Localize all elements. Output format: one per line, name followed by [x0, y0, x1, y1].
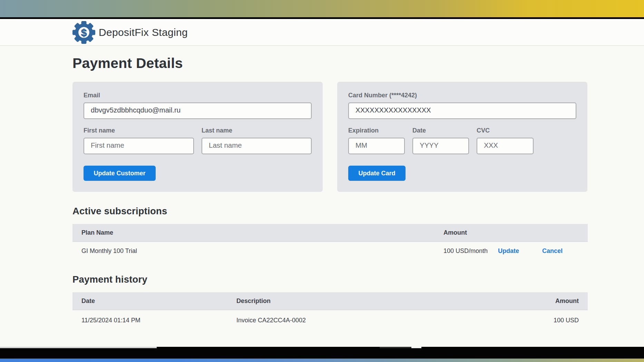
- svg-text:$: $: [81, 27, 87, 38]
